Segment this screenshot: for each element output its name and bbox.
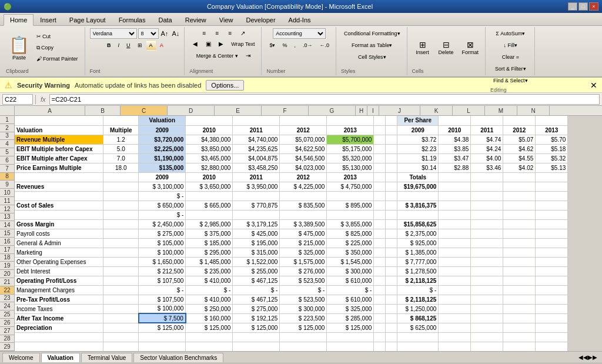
tab-home[interactable]: Home [4,14,34,26]
cell-C18[interactable]: $ 107,500 [139,276,186,285]
scroll-right-btn[interactable]: ▶▶ [588,354,597,360]
cell-E24[interactable] [233,332,280,342]
cell-E20[interactable]: $ 467,125 [233,295,280,304]
cell-C21[interactable]: $ 100,000 [139,304,186,313]
find-select-btn[interactable]: Find & Select▾ [490,75,531,86]
cell-I7[interactable] [386,172,397,182]
cell-F9[interactable] [280,191,327,201]
row-17[interactable]: 17 [0,246,15,254]
cell-H3[interactable] [374,135,386,144]
cell-F17[interactable]: $ 276,000 [280,266,327,276]
cell-H23[interactable] [374,323,386,332]
cell-N20[interactable] [536,295,568,304]
cell-C5[interactable]: $1,190,000 [139,153,186,163]
cell-M23[interactable] [503,323,536,332]
sheet-tab-valuation[interactable]: Valuation [41,353,80,362]
row-7[interactable]: 7 [0,165,15,173]
row-18[interactable]: 18 [0,254,15,262]
cell-B11[interactable] [103,210,139,219]
cell-M4[interactable]: $4.62 [503,144,536,153]
cell-H16[interactable] [374,257,386,266]
cell-G3[interactable]: $5,700,000 [327,135,374,144]
cell-I24[interactable] [386,332,397,342]
cell-D1[interactable] [186,116,233,125]
cell-L1[interactable] [471,116,503,125]
cell-D4[interactable]: $3,850,000 [186,144,233,153]
cell-A6[interactable]: Price Earnings Multiple [15,163,103,172]
cell-J1[interactable]: Per Share [397,116,439,125]
cell-A2[interactable]: Valuation [15,125,103,135]
cell-K10[interactable] [439,201,471,210]
cell-M25[interactable] [503,342,536,351]
cell-L7[interactable] [471,172,503,182]
cell-G4[interactable]: $5,175,000 [327,144,374,153]
orientation-btn[interactable]: ↗ [237,28,249,38]
decrease-font-btn[interactable]: A↓ [170,30,180,37]
cell-H1[interactable] [374,116,386,125]
cell-I8[interactable] [386,182,397,191]
col-header-E[interactable]: E [215,106,262,115]
cell-I21[interactable] [386,304,397,313]
options-button[interactable]: Options... [206,80,244,91]
cell-M24[interactable] [503,332,536,342]
cell-H22[interactable] [374,313,386,323]
cell-G23[interactable]: $ 125,000 [327,323,374,332]
cell-C16[interactable]: $ 1,650,000 [139,257,186,266]
cell-D14[interactable]: $ 185,000 [186,238,233,248]
cell-I3[interactable] [386,135,397,144]
cell-B8[interactable] [103,182,139,191]
cell-M19[interactable] [503,285,536,295]
col-header-D[interactable]: D [168,106,215,115]
row-20[interactable]: 20 [0,270,15,278]
cell-J15[interactable]: $ 1,385,000 [397,248,439,257]
cell-F3[interactable]: $5,070,000 [280,135,327,144]
row-6[interactable]: 6 [0,156,15,165]
row-12[interactable]: 12 [0,205,15,213]
cell-D8[interactable]: $ 3,650,000 [186,182,233,191]
cell-B13[interactable] [103,229,139,238]
cell-F20[interactable]: $ 523,500 [280,295,327,304]
cell-D24[interactable] [186,332,233,342]
cell-N11[interactable] [536,210,568,219]
cell-N8[interactable] [536,182,568,191]
cell-H12[interactable] [374,219,386,229]
cell-K3[interactable]: $4.38 [439,135,471,144]
cell-A3[interactable]: Revenue Multiple [15,135,103,144]
cell-N21[interactable] [536,304,568,313]
cell-N9[interactable] [536,191,568,201]
cell-E21[interactable]: $ 275,000 [233,304,280,313]
cell-H11[interactable] [374,210,386,219]
cell-I9[interactable] [386,191,397,201]
cell-A7[interactable] [15,172,103,182]
cell-A23[interactable]: Depreciation [15,323,103,332]
cell-E18[interactable]: $ 467,125 [233,276,280,285]
cell-L5[interactable]: $4.00 [471,153,503,163]
cell-G20[interactable]: $ 610,000 [327,295,374,304]
cell-C1[interactable]: Valuation [139,116,186,125]
cell-G18[interactable]: $ 610,000 [327,276,374,285]
cell-B9[interactable] [103,191,139,201]
col-header-M[interactable]: M [485,106,517,115]
merge-center-button[interactable]: Merge & Center ▾ [193,51,241,61]
row-22[interactable]: 22 [0,286,15,295]
cell-styles-btn[interactable]: Cell Styles▾ [355,52,389,62]
row-3[interactable]: 3 [0,132,15,141]
cell-C17[interactable]: $ 212,500 [139,266,186,276]
cell-J18[interactable]: $ 2,118,125 [397,276,439,285]
close-warning-btn[interactable]: ✕ [590,81,597,90]
cell-I15[interactable] [386,248,397,257]
cell-F6[interactable]: $4,023,000 [280,163,327,172]
cell-F8[interactable]: $ 4,225,000 [280,182,327,191]
font-size-select[interactable]: 8 [138,28,159,39]
cell-K13[interactable] [439,229,471,238]
cell-H18[interactable] [374,276,386,285]
cell-B19[interactable] [103,285,139,295]
cell-E4[interactable]: $4,235,625 [233,144,280,153]
clear-btn[interactable]: Clear = [499,52,522,62]
number-format-select[interactable]: Accounting [273,28,326,39]
cell-F12[interactable]: $ 3,389,500 [280,219,327,229]
cell-B5[interactable]: 7.0 [103,153,139,163]
cell-K7[interactable] [439,172,471,182]
align-right-btn[interactable]: ▶ [215,39,227,48]
comma-btn[interactable]: , [291,40,299,51]
